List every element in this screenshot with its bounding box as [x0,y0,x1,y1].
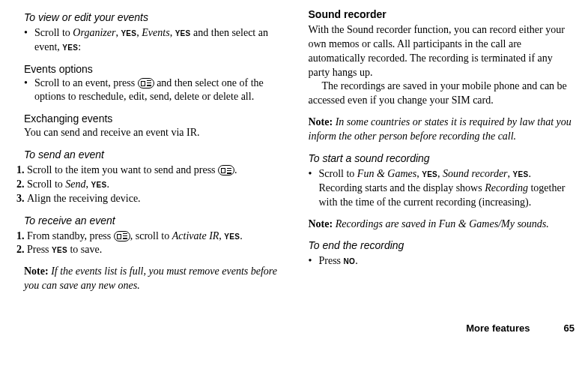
heading-sound-recorder: Sound recorder [309,8,575,22]
yes-key: YES [62,44,78,52]
events-options-item: Scroll to an event, press and then selec… [24,76,280,105]
page-footer: More features65 [13,322,575,335]
yes-key: YES [121,29,136,38]
yes-key: YES [52,246,67,254]
sound-recorder-body: With the Sound recorder function, you ca… [309,23,575,108]
heading-send-event: To send an event [13,148,280,162]
note-recordings-saved: Note: Recordings are saved in Fun & Game… [309,218,575,232]
exchanging-body: You can send and receive an event via IR… [13,126,280,140]
heading-receive-event: To receive an event [13,214,280,228]
menu-key-icon [138,78,154,88]
heading-end-recording: To end the recording [309,238,575,253]
heading-view-edit-events: To view or edit your events [13,10,280,25]
note-recording-law: Note: In some countries or states it is … [309,116,575,144]
footer-page-number: 65 [564,322,575,334]
right-column: Sound recorder With the Sound recorder f… [309,8,575,301]
receive-event-steps: From standby, press , scroll to Activate… [13,230,280,258]
receive-step-1: From standby, press , scroll to Activate… [27,230,280,244]
send-event-steps: Scroll to the item you want to send and … [13,164,280,206]
footer-section: More features [466,322,530,334]
events-options-list: Scroll to an event, press and then selec… [13,76,280,105]
start-recording-list: Scroll to Fun & Games, YES, Sound record… [309,167,575,210]
end-recording-list: Press NO. [309,254,575,268]
yes-key: YES [422,170,437,178]
note-events-full: Note: If the events list is full, you mu… [13,265,280,293]
yes-key: YES [175,29,191,38]
view-events-list: Scroll to Organizer, YES, Events, YES an… [13,26,280,55]
yes-key: YES [224,232,240,241]
yes-key: YES [513,170,529,178]
menu-key-icon [218,165,234,176]
start-recording-item: Scroll to Fun & Games, YES, Sound record… [309,167,575,210]
send-step-2: Scroll to Send, YES. [27,178,280,192]
menu-key-icon [114,231,130,242]
yes-key: YES [91,181,107,189]
heading-exchanging-events: Exchanging events [13,112,280,126]
left-column: To view or edit your events Scroll to Or… [13,8,280,301]
send-step-1: Scroll to the item you want to send and … [27,164,280,178]
heading-start-recording: To start a sound recording [309,152,575,166]
no-key: NO [344,257,356,266]
view-events-item: Scroll to Organizer, YES, Events, YES an… [24,26,280,55]
heading-events-options: Events options [13,62,280,76]
receive-step-2: Press YES to save. [27,243,280,257]
send-step-3: Align the receiving device. [27,192,280,206]
end-recording-item: Press NO. [309,254,575,268]
